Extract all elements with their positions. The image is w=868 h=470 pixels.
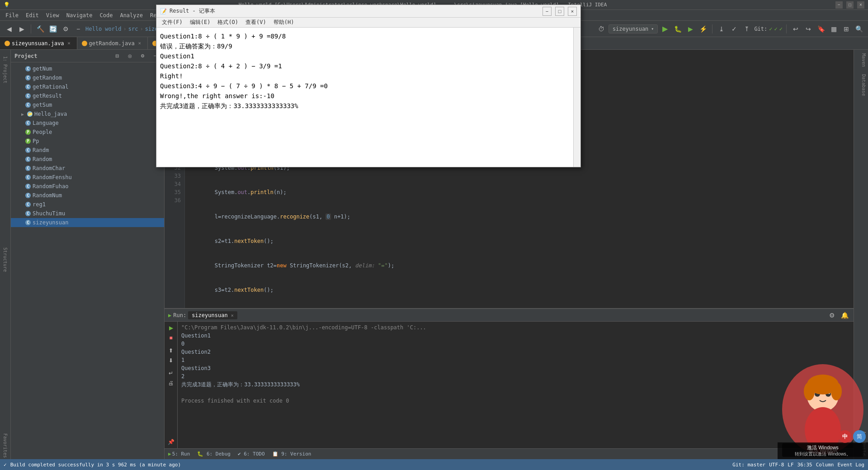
breadcrumb-project[interactable]: Hello world (85, 26, 121, 32)
run-button[interactable]: ▶ (660, 24, 670, 34)
tree-item-getnum[interactable]: C getNum (11, 64, 164, 73)
tab-close-sizeyunsuan[interactable]: × (66, 40, 72, 47)
notepad-maximize[interactable]: □ (555, 7, 564, 16)
notepad-content[interactable]: Question1:8 ÷ ( 1 * 9 ) + 9 =89/8 错误，正确答… (156, 28, 573, 167)
bottom-tab-todo[interactable]: ✔ 6: TODO (234, 451, 269, 457)
vcs-update-button[interactable]: ⤓ (716, 24, 727, 34)
notepad-menu-file[interactable]: 文件(F) (158, 18, 186, 27)
undo-button[interactable]: ↩ (790, 24, 801, 34)
soft-wrap-button[interactable]: ↵ (166, 369, 175, 378)
print-button[interactable]: 🖨 (166, 379, 175, 388)
panel-left-button[interactable]: ▦ (828, 24, 839, 34)
bottom-tab-debug[interactable]: 🐛 6: Debug (193, 451, 234, 457)
class-icon-reg1: C (25, 202, 31, 207)
ime-indicators: 中 简 (839, 430, 866, 443)
project-collapse-all[interactable]: ⊟ (112, 51, 123, 62)
tree-item-getresult[interactable]: C getResult (11, 91, 164, 100)
output-2: 2 (181, 372, 850, 380)
tree-item-randomchar[interactable]: C RandomChar (11, 164, 164, 173)
vcs-commit-button[interactable]: ✓ (729, 24, 740, 34)
rerun-button[interactable]: ▶ (166, 323, 175, 332)
notepad-menu-help[interactable]: 帮助(H) (270, 18, 298, 27)
sidebar-structure-icon[interactable]: Structure (0, 242, 10, 278)
scroll-top-button[interactable]: ⬆ (166, 346, 175, 355)
notepad-menu-edit[interactable]: 编辑(E) (186, 18, 214, 27)
bookmark-button[interactable]: 🔖 (816, 24, 826, 34)
sidebar-database[interactable]: Database (854, 71, 868, 100)
tree-item-randomfuhao[interactable]: C RandomFuhao (11, 182, 164, 191)
vcs-push-button[interactable]: ⤒ (741, 24, 752, 34)
terminal-button[interactable]: ⊞ (841, 24, 852, 34)
run-config[interactable]: sizeyunsuan ▾ (609, 24, 658, 33)
redo-button[interactable]: ↪ (803, 24, 814, 34)
tree-item-getsum[interactable]: C getSum (11, 100, 164, 109)
tree-item-pp[interactable]: P Pp (11, 137, 164, 146)
sync-button[interactable]: 🔄 (47, 24, 58, 34)
sidebar-project-icon[interactable]: 1: Project (0, 52, 10, 88)
run-panel-content: ▶ ■ ⬆ ⬇ ↵ 🖨 📌 "C:\Program Files\Java\jdk… (165, 322, 854, 448)
tree-item-people[interactable]: P People (11, 128, 164, 137)
tab-close-getrandom[interactable]: × (137, 40, 143, 47)
notepad-scrollbar[interactable] (573, 28, 580, 167)
notepad-menu-format[interactable]: 格式(O) (214, 18, 242, 27)
bottom-tab-version[interactable]: 📋 9: Version (269, 451, 315, 457)
tab-getrandom[interactable]: getRandom.java × (77, 37, 148, 49)
menu-code[interactable]: Code (96, 11, 117, 19)
events-log[interactable]: Event Log (837, 462, 864, 468)
notepad-menu-view[interactable]: 查看(V) (242, 18, 270, 27)
project-settings[interactable]: ⚙ (137, 51, 148, 62)
search-everywhere-button[interactable]: 🔍 (854, 24, 864, 34)
project-scroll-from-source[interactable]: ◎ (124, 51, 135, 62)
tree-item-getrational[interactable]: C getRational (11, 82, 164, 91)
profile-button[interactable]: ⚡ (698, 24, 708, 34)
restore-button[interactable]: □ (846, 1, 854, 9)
forward-button[interactable]: ▶ (16, 24, 27, 34)
run-settings-btn[interactable]: ⚙ (826, 310, 837, 321)
sidebar-favorites-icon[interactable]: Favorites (0, 432, 10, 459)
tree-item-sizeyunsuan[interactable]: C sizeyunsuan (11, 218, 164, 227)
menu-file[interactable]: File (2, 11, 22, 19)
run-config-name: sizeyunsuan (613, 26, 648, 32)
ime-simple[interactable]: 简 (853, 430, 866, 443)
tree-item-hellojava[interactable]: ▶ 📁 Hello_java (11, 109, 164, 119)
sidebar-maven[interactable]: Maven (854, 50, 868, 71)
scroll-bottom-button[interactable]: ⬇ (166, 356, 175, 365)
minus-button[interactable]: − (73, 24, 84, 34)
tree-item-shuchutimu[interactable]: C ShuchuTimu (11, 209, 164, 218)
back-button[interactable]: ◀ (4, 24, 14, 34)
tree-item-language[interactable]: C Language (11, 119, 164, 128)
notepad-menubar: 文件(F) 编辑(E) 格式(O) 查看(V) 帮助(H) (156, 18, 580, 28)
tree-item-randomnum[interactable]: C RandomNum (11, 191, 164, 200)
tree-item-randomfenshu[interactable]: C RandomFenshu (11, 173, 164, 182)
pin-button[interactable]: 📌 (166, 437, 175, 446)
settings-button[interactable]: ⚙ (60, 24, 71, 34)
run-tab-sizeyunsuan[interactable]: sizeyunsuan × (188, 311, 237, 319)
menu-view[interactable]: View (42, 11, 63, 19)
tab-sizeyunsuan[interactable]: sizeyunsuan.java × (0, 37, 77, 49)
breadcrumb-src[interactable]: src (128, 26, 138, 32)
tree-item-getrandom[interactable]: C getRandom (11, 73, 164, 82)
menu-navigate[interactable]: Navigate (63, 11, 96, 19)
tree-item-reg1[interactable]: C reg1 (11, 200, 164, 209)
ime-button[interactable]: 中 (839, 430, 851, 443)
tree-item-random[interactable]: C Random (11, 155, 164, 164)
run-notifications-btn[interactable]: 🔔 (839, 310, 850, 321)
output-exit: Process finished with exit code 0 (181, 397, 850, 405)
toolbar-right: ⏱ sizeyunsuan ▾ ▶ 🐛 ▶ ⚡ ⤓ ✓ ⤒ Git: ✓ ✓ ✓… (596, 24, 864, 34)
build-button[interactable]: 🔨 (35, 24, 46, 34)
coverage-button[interactable]: ▶ (685, 24, 696, 34)
menu-analyze[interactable]: Analyze (116, 11, 146, 19)
recent-files-button[interactable]: ⏱ (596, 24, 607, 34)
code-line-23: System.out.println(n); (189, 188, 850, 196)
stop-button[interactable]: ■ (166, 333, 175, 342)
notepad-minimize[interactable]: − (542, 7, 552, 16)
debug-button[interactable]: 🐛 (672, 24, 683, 34)
notepad-close[interactable]: × (568, 7, 577, 16)
run-tab-close[interactable]: × (231, 313, 234, 318)
minimize-button[interactable]: − (835, 1, 843, 9)
close-button[interactable]: × (857, 1, 864, 9)
tree-item-randm[interactable]: C Randm (11, 146, 164, 155)
class-icon-getrandom: C (25, 75, 31, 81)
menu-edit[interactable]: Edit (22, 11, 42, 19)
run-output[interactable]: "C:\Program Files\Java\jdk-11.0.2\bin\j.… (178, 322, 854, 448)
